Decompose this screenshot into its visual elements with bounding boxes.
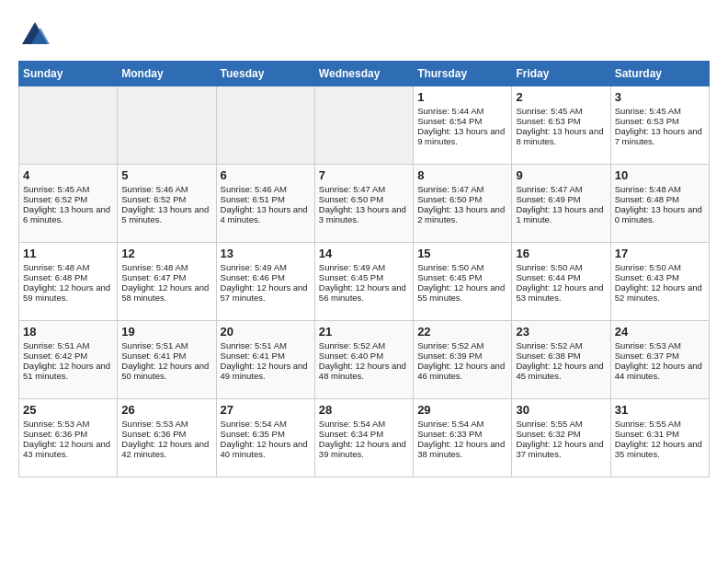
- day-number: 16: [516, 247, 606, 260]
- calendar-cell: 27Sunrise: 5:54 AMSunset: 6:35 PMDayligh…: [216, 399, 314, 477]
- day-header-tuesday: Tuesday: [216, 62, 314, 86]
- calendar-cell: 19Sunrise: 5:51 AMSunset: 6:41 PMDayligh…: [118, 321, 216, 399]
- day-number: 4: [23, 168, 113, 182]
- calendar-cell: 5Sunrise: 5:46 AMSunset: 6:52 PMDaylight…: [118, 165, 216, 243]
- calendar-cell: 16Sunrise: 5:50 AMSunset: 6:44 PMDayligh…: [512, 243, 610, 321]
- day-info: Daylight: 12 hours and 59 minutes.: [23, 282, 113, 303]
- day-header-thursday: Thursday: [414, 62, 512, 86]
- day-info: Daylight: 12 hours and 46 minutes.: [417, 361, 507, 381]
- day-number: 20: [221, 325, 311, 339]
- day-header-friday: Friday: [512, 62, 610, 86]
- day-number: 11: [23, 247, 113, 260]
- calendar-cell: 23Sunrise: 5:52 AMSunset: 6:38 PMDayligh…: [512, 321, 610, 399]
- day-info: Sunrise: 5:52 AM: [319, 340, 409, 350]
- day-info: Sunrise: 5:47 AM: [516, 184, 606, 194]
- calendar-week-2: 4Sunrise: 5:45 AMSunset: 6:52 PMDaylight…: [19, 165, 710, 243]
- day-number: 25: [23, 403, 113, 417]
- day-info: Sunrise: 5:46 AM: [221, 184, 311, 194]
- calendar-cell: 25Sunrise: 5:53 AMSunset: 6:36 PMDayligh…: [19, 399, 118, 477]
- day-info: Sunrise: 5:45 AM: [23, 184, 113, 194]
- calendar-header-row: SundayMondayTuesdayWednesdayThursdayFrid…: [19, 62, 710, 86]
- calendar-cell: 17Sunrise: 5:50 AMSunset: 6:43 PMDayligh…: [610, 243, 709, 321]
- day-info: Sunrise: 5:47 AM: [417, 184, 507, 194]
- day-info: Daylight: 12 hours and 56 minutes.: [319, 282, 409, 303]
- day-info: Sunset: 6:52 PM: [121, 194, 211, 204]
- calendar-week-5: 25Sunrise: 5:53 AMSunset: 6:36 PMDayligh…: [19, 399, 710, 477]
- day-info: Sunset: 6:38 PM: [516, 350, 606, 361]
- day-info: Daylight: 12 hours and 57 minutes.: [221, 282, 311, 303]
- day-info: Daylight: 12 hours and 37 minutes.: [516, 439, 606, 459]
- day-info: Sunset: 6:41 PM: [121, 350, 211, 361]
- day-info: Sunrise: 5:54 AM: [417, 419, 507, 429]
- day-number: 29: [417, 403, 507, 417]
- calendar-cell: 6Sunrise: 5:46 AMSunset: 6:51 PMDaylight…: [216, 165, 314, 243]
- day-info: Sunset: 6:54 PM: [417, 116, 507, 126]
- day-number: 22: [417, 325, 507, 339]
- day-info: Sunset: 6:53 PM: [615, 116, 705, 126]
- day-info: Daylight: 12 hours and 55 minutes.: [417, 282, 507, 303]
- day-info: Sunrise: 5:50 AM: [417, 262, 507, 272]
- day-number: 17: [615, 247, 705, 260]
- day-info: Sunset: 6:32 PM: [516, 429, 606, 439]
- logo-icon: [18, 18, 51, 52]
- day-info: Sunrise: 5:55 AM: [615, 419, 705, 429]
- day-info: Sunset: 6:35 PM: [221, 429, 311, 439]
- day-info: Sunrise: 5:53 AM: [615, 340, 705, 350]
- day-info: Daylight: 13 hours and 3 minutes.: [319, 204, 409, 224]
- day-header-sunday: Sunday: [19, 62, 118, 86]
- day-info: Sunrise: 5:51 AM: [23, 340, 113, 350]
- day-info: Sunrise: 5:55 AM: [516, 419, 606, 429]
- calendar-cell: 13Sunrise: 5:49 AMSunset: 6:46 PMDayligh…: [216, 243, 314, 321]
- day-info: Sunset: 6:34 PM: [319, 429, 409, 439]
- day-number: 12: [121, 247, 211, 260]
- day-info: Daylight: 12 hours and 50 minutes.: [121, 361, 211, 381]
- day-info: Sunrise: 5:49 AM: [221, 262, 311, 272]
- calendar-cell: 10Sunrise: 5:48 AMSunset: 6:48 PMDayligh…: [610, 165, 709, 243]
- day-number: 7: [319, 168, 409, 182]
- day-info: Daylight: 12 hours and 40 minutes.: [221, 439, 311, 459]
- day-info: Daylight: 13 hours and 0 minutes.: [615, 204, 705, 224]
- day-number: 18: [23, 325, 113, 339]
- day-info: Sunset: 6:37 PM: [615, 350, 705, 361]
- day-info: Sunrise: 5:44 AM: [417, 106, 507, 116]
- page-header: [18, 18, 710, 52]
- day-info: Daylight: 12 hours and 49 minutes.: [221, 361, 311, 381]
- calendar-cell: 21Sunrise: 5:52 AMSunset: 6:40 PMDayligh…: [314, 321, 413, 399]
- calendar-week-3: 11Sunrise: 5:48 AMSunset: 6:48 PMDayligh…: [19, 243, 710, 321]
- day-info: Sunset: 6:50 PM: [319, 194, 409, 204]
- calendar-cell: 2Sunrise: 5:45 AMSunset: 6:53 PMDaylight…: [512, 86, 610, 165]
- day-info: Sunrise: 5:48 AM: [121, 262, 211, 272]
- day-info: Daylight: 13 hours and 9 minutes.: [417, 126, 507, 146]
- day-info: Daylight: 13 hours and 5 minutes.: [121, 204, 211, 224]
- day-info: Daylight: 12 hours and 45 minutes.: [516, 361, 606, 381]
- calendar-cell: 22Sunrise: 5:52 AMSunset: 6:39 PMDayligh…: [414, 321, 512, 399]
- calendar-cell: [314, 86, 413, 165]
- day-info: Daylight: 12 hours and 38 minutes.: [417, 439, 507, 459]
- calendar-cell: [216, 86, 314, 165]
- day-info: Sunset: 6:36 PM: [23, 429, 113, 439]
- day-info: Sunset: 6:33 PM: [417, 429, 507, 439]
- logo: [18, 18, 55, 52]
- day-info: Daylight: 12 hours and 35 minutes.: [615, 439, 705, 459]
- calendar-cell: 12Sunrise: 5:48 AMSunset: 6:47 PMDayligh…: [118, 243, 216, 321]
- day-info: Sunset: 6:39 PM: [417, 350, 507, 361]
- day-info: Daylight: 12 hours and 42 minutes.: [121, 439, 211, 459]
- calendar-cell: 26Sunrise: 5:53 AMSunset: 6:36 PMDayligh…: [118, 399, 216, 477]
- day-info: Sunrise: 5:53 AM: [121, 419, 211, 429]
- day-info: Daylight: 12 hours and 51 minutes.: [23, 361, 113, 381]
- day-number: 28: [319, 403, 409, 417]
- day-info: Sunrise: 5:45 AM: [516, 106, 606, 116]
- calendar-cell: 29Sunrise: 5:54 AMSunset: 6:33 PMDayligh…: [414, 399, 512, 477]
- calendar-cell: 14Sunrise: 5:49 AMSunset: 6:45 PMDayligh…: [314, 243, 413, 321]
- day-info: Sunrise: 5:46 AM: [121, 184, 211, 194]
- day-info: Sunrise: 5:49 AM: [319, 262, 409, 272]
- calendar-cell: 20Sunrise: 5:51 AMSunset: 6:41 PMDayligh…: [216, 321, 314, 399]
- day-info: Sunrise: 5:52 AM: [417, 340, 507, 350]
- day-info: Sunset: 6:50 PM: [417, 194, 507, 204]
- day-info: Daylight: 12 hours and 48 minutes.: [319, 361, 409, 381]
- day-info: Sunrise: 5:52 AM: [516, 340, 606, 350]
- calendar-cell: 9Sunrise: 5:47 AMSunset: 6:49 PMDaylight…: [512, 165, 610, 243]
- day-info: Sunset: 6:45 PM: [417, 272, 507, 282]
- day-number: 5: [121, 168, 211, 182]
- calendar-cell: 7Sunrise: 5:47 AMSunset: 6:50 PMDaylight…: [314, 165, 413, 243]
